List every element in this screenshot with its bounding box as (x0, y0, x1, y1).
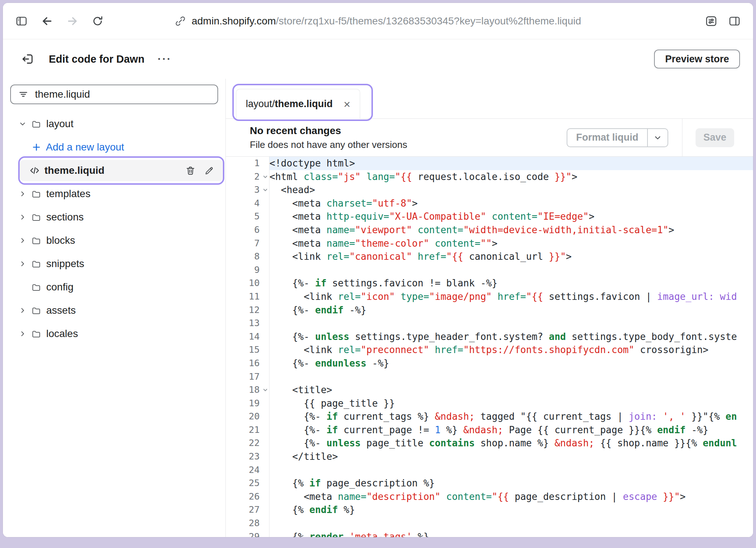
chevron-right-icon[interactable] (18, 236, 28, 245)
delete-file-icon[interactable] (185, 165, 196, 176)
sidebar-item-assets[interactable]: assets (3, 299, 225, 322)
code-text[interactable]: {%- if settings.favicon != blank -%} (269, 277, 753, 290)
code-text[interactable]: {%- if current_tags %} &ndash; tagged "{… (269, 410, 753, 423)
code-line[interactable]: 7 <meta name="theme-color" content=""> (226, 237, 753, 250)
reload-icon[interactable] (92, 15, 103, 27)
code-text[interactable]: <meta name="description" content="{{ pag… (269, 490, 753, 504)
code-line[interactable]: 21 {%- if current_page != 1 %} &ndash; P… (226, 423, 753, 437)
code-text[interactable]: <link rel="preconnect" href="https://fon… (269, 343, 753, 357)
code-text[interactable]: {% if page_description %} (269, 477, 753, 490)
code-text[interactable] (269, 463, 753, 477)
sidebar-item-sections[interactable]: sections (3, 206, 225, 229)
code-text[interactable]: {% render 'meta-tags' %} (269, 530, 753, 537)
sidebar-item-theme-liquid[interactable]: theme.liquid (3, 159, 225, 182)
code-text[interactable] (269, 317, 753, 330)
code-line[interactable]: 18 <title> (226, 383, 753, 397)
sidebar-item-layout[interactable]: layout (3, 112, 225, 136)
sidebar-item-config[interactable]: config (3, 275, 225, 299)
code-line[interactable]: 19 {{ page_title }} (226, 397, 753, 410)
code-text[interactable]: {%- unless page_title contains shop.name… (269, 437, 753, 450)
code-text[interactable]: {%- endunless -%} (269, 357, 753, 370)
fold-toggle-icon[interactable] (262, 173, 268, 180)
forward-icon[interactable] (66, 15, 79, 27)
code-line[interactable]: 23 </title> (226, 450, 753, 463)
back-icon[interactable] (41, 15, 53, 27)
sidebar-toggle-icon[interactable] (15, 15, 28, 27)
code-line[interactable]: 3 <head> (226, 183, 753, 197)
code-text[interactable]: <meta name="viewport" content="width=dev… (269, 223, 753, 237)
line-number: 18 (249, 383, 260, 397)
rename-file-icon[interactable] (204, 166, 214, 176)
code-text[interactable]: <html class="js" lang="{{ request.locale… (269, 170, 753, 184)
code-text[interactable]: {%- if current_page != 1 %} &ndash; Page… (269, 423, 753, 437)
preview-store-button[interactable]: Preview store (654, 50, 740, 68)
code-text[interactable]: {{ page_title }} (269, 397, 753, 410)
code-line[interactable]: 20 {%- if current_tags %} &ndash; tagged… (226, 410, 753, 423)
chevron-right-icon[interactable] (18, 189, 28, 198)
chevron-right-icon[interactable] (18, 306, 28, 315)
close-tab-icon[interactable]: × (344, 98, 351, 110)
browser-settings-icon[interactable] (705, 15, 717, 27)
exit-editor-icon[interactable] (21, 52, 34, 66)
code-text[interactable]: {% endif %} (269, 503, 753, 517)
code-line[interactable]: 27 {% endif %} (226, 503, 753, 517)
sidebar-item-snippets[interactable]: snippets (3, 252, 225, 275)
code-text[interactable]: {%- endif -%} (269, 304, 753, 317)
fold-toggle-icon[interactable] (262, 387, 268, 393)
code-text[interactable]: </title> (269, 450, 753, 463)
add-new-layout-button[interactable]: Add a new layout (3, 136, 225, 159)
code-text[interactable] (269, 370, 753, 384)
code-text[interactable] (269, 517, 753, 530)
sidebar-item-blocks[interactable]: blocks (3, 229, 225, 252)
chevron-down-icon[interactable] (18, 120, 28, 128)
chevron-down-icon[interactable] (647, 129, 668, 146)
code-text[interactable]: <head> (269, 183, 753, 197)
code-text[interactable]: <meta http-equiv="X-UA-Compatible" conte… (269, 210, 753, 223)
sidebar-right-toggle-icon[interactable] (728, 15, 741, 27)
chevron-right-icon[interactable] (18, 259, 28, 268)
more-actions-button[interactable]: ··· (158, 53, 172, 65)
code-line[interactable]: 10 {%- if settings.favicon != blank -%} (226, 277, 753, 290)
code-text[interactable]: <link rel="canonical" href="{{ canonical… (269, 250, 753, 263)
save-button[interactable]: Save (696, 128, 734, 147)
code-line[interactable]: 17 (226, 370, 753, 384)
code-line[interactable]: 9 (226, 263, 753, 277)
code-line[interactable]: 25 {% if page_description %} (226, 477, 753, 490)
search-input[interactable] (35, 89, 210, 100)
code-line[interactable]: 4 <meta charset="utf-8"> (226, 197, 753, 210)
tab-theme-liquid[interactable]: layout/theme.liquid × (236, 89, 360, 119)
code-line[interactable]: 26 <meta name="description" content="{{ … (226, 490, 753, 504)
code-line[interactable]: 15 <link rel="preconnect" href="https://… (226, 343, 753, 357)
code-line[interactable]: 8 <link rel="canonical" href="{{ canonic… (226, 250, 753, 263)
code-line[interactable]: 14 {%- unless settings.type_header_font.… (226, 330, 753, 344)
code-line[interactable]: 5 <meta http-equiv="X-UA-Compatible" con… (226, 210, 753, 223)
code-line[interactable]: 16 {%- endunless -%} (226, 357, 753, 370)
code-line[interactable]: 22 {%- unless page_title contains shop.n… (226, 437, 753, 450)
code-line[interactable]: 6 <meta name="viewport" content="width=d… (226, 223, 753, 237)
sidebar-item-locales[interactable]: locales (3, 322, 225, 345)
code-text[interactable]: <meta name="theme-color" content=""> (269, 237, 753, 250)
address-bar[interactable]: admin.shopify.com/store/rzq1xu-f5/themes… (175, 15, 581, 27)
code-line[interactable]: 13 (226, 317, 753, 330)
code-line[interactable]: 24 (226, 463, 753, 477)
code-editor[interactable]: 1<!doctype html>2<html class="js" lang="… (226, 157, 753, 537)
code-text[interactable]: <link rel="icon" type="image/png" href="… (269, 290, 753, 304)
chevron-right-icon[interactable] (18, 329, 28, 338)
code-text[interactable]: <meta charset="utf-8"> (269, 197, 753, 210)
format-liquid-button[interactable]: Format liquid (567, 128, 668, 147)
code-line[interactable]: 12 {%- endif -%} (226, 304, 753, 317)
fold-toggle-icon[interactable] (262, 187, 268, 193)
code-text[interactable]: {%- unless settings.type_header_font.sys… (269, 330, 753, 344)
code-text[interactable]: <!doctype html> (269, 157, 753, 170)
file-search[interactable] (10, 85, 218, 104)
code-line[interactable]: 11 <link rel="icon" type="image/png" hre… (226, 290, 753, 304)
code-text[interactable] (269, 263, 753, 277)
sidebar-item-templates[interactable]: templates (3, 182, 225, 206)
code-line[interactable]: 1<!doctype html> (226, 157, 753, 170)
code-text[interactable]: <title> (269, 383, 753, 397)
chevron-right-icon[interactable] (18, 213, 28, 222)
code-line[interactable]: 28 (226, 517, 753, 530)
code-line[interactable]: 29 {% render 'meta-tags' %} (226, 530, 753, 537)
code-line[interactable]: 2<html class="js" lang="{{ request.local… (226, 170, 753, 184)
selected-file[interactable]: theme.liquid (20, 160, 224, 181)
